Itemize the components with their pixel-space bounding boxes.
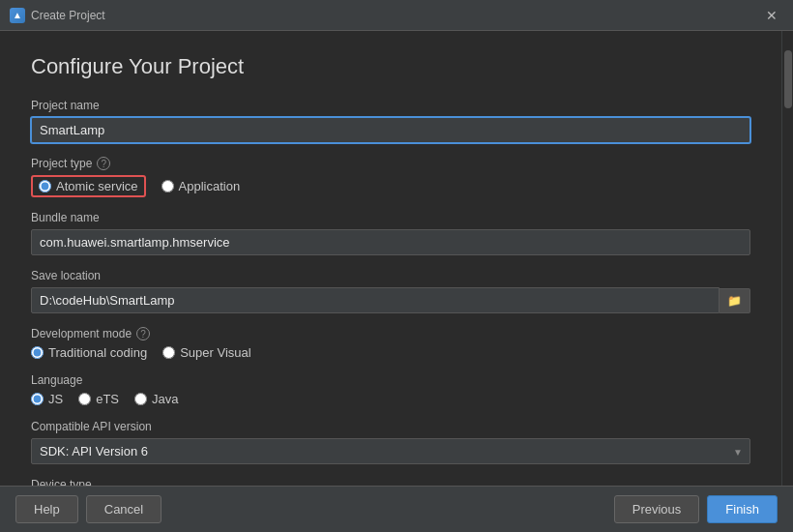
project-name-group: Project name xyxy=(31,99,750,143)
close-button[interactable]: ✕ xyxy=(760,6,783,25)
project-type-application-label: Application xyxy=(179,179,241,193)
language-java-label: Java xyxy=(152,392,178,406)
save-location-label: Save location xyxy=(31,269,750,282)
language-options: JS eTS Java xyxy=(31,392,750,406)
app-icon: ▲ xyxy=(10,8,25,23)
save-location-input-row: 📁 xyxy=(31,287,750,313)
development-mode-label: Development mode xyxy=(31,327,132,340)
project-type-options: Atomic service Application xyxy=(31,175,750,197)
development-mode-group: Development mode ? Traditional coding Su… xyxy=(31,327,750,360)
dev-mode-traditional-label: Traditional coding xyxy=(48,345,147,360)
device-type-group: Device type Phone Tablet TV Wearable xyxy=(31,478,750,486)
project-type-atomic-label: Atomic service xyxy=(56,179,138,193)
bundle-name-input[interactable] xyxy=(31,229,750,255)
dev-mode-supervisual-radio[interactable] xyxy=(162,346,175,359)
cancel-button[interactable]: Cancel xyxy=(86,495,162,523)
finish-button[interactable]: Finish xyxy=(707,495,778,523)
scrollbar-thumb[interactable] xyxy=(784,50,792,108)
project-type-help-icon[interactable]: ? xyxy=(97,157,110,170)
project-type-label: Project type xyxy=(31,157,92,170)
api-version-select[interactable]: SDK: API Version 6 SDK: API Version 5 SD… xyxy=(31,438,750,464)
language-ets-radio[interactable] xyxy=(78,393,91,405)
project-type-application-radio[interactable] xyxy=(162,180,174,192)
dev-mode-supervisual-label: Super Visual xyxy=(180,345,250,360)
project-type-group: Project type ? Atomic service Applicatio… xyxy=(31,157,750,197)
main-content: Configure Your Project Project name Proj… xyxy=(0,31,781,486)
footer: Help Cancel Previous Finish xyxy=(0,486,793,532)
project-type-atomic-option[interactable]: Atomic service xyxy=(31,175,146,197)
api-version-group: Compatible API version SDK: API Version … xyxy=(31,420,750,464)
language-js-option[interactable]: JS xyxy=(31,392,63,406)
project-name-input[interactable] xyxy=(31,117,750,143)
footer-left: Help Cancel xyxy=(15,495,162,523)
device-type-label: Device type xyxy=(31,478,750,486)
language-js-radio[interactable] xyxy=(31,393,44,405)
language-java-option[interactable]: Java xyxy=(134,392,178,406)
api-version-label: Compatible API version xyxy=(31,420,750,433)
language-group: Language JS eTS Java xyxy=(31,373,750,406)
save-location-input[interactable] xyxy=(31,287,720,313)
language-label: Language xyxy=(31,373,750,387)
language-java-radio[interactable] xyxy=(134,393,147,405)
project-type-label-row: Project type ? xyxy=(31,157,750,170)
api-version-select-wrapper: SDK: API Version 6 SDK: API Version 5 SD… xyxy=(31,438,750,464)
project-type-atomic-radio[interactable] xyxy=(39,180,51,192)
dev-mode-supervisual-option[interactable]: Super Visual xyxy=(162,345,250,360)
title-bar: ▲ Create Project ✕ xyxy=(0,0,793,31)
save-location-group: Save location 📁 xyxy=(31,269,750,313)
development-mode-options: Traditional coding Super Visual xyxy=(31,345,750,360)
project-name-label: Project name xyxy=(31,99,750,112)
page-title: Configure Your Project xyxy=(31,54,750,79)
language-ets-option[interactable]: eTS xyxy=(78,392,119,406)
language-js-label: JS xyxy=(48,392,63,406)
scrollbar[interactable] xyxy=(781,31,793,486)
title-bar-left: ▲ Create Project xyxy=(10,8,105,23)
development-mode-help-icon[interactable]: ? xyxy=(136,327,150,340)
language-ets-label: eTS xyxy=(96,392,119,406)
footer-right: Previous Finish xyxy=(614,495,778,523)
dialog-body: Configure Your Project Project name Proj… xyxy=(0,31,793,486)
dev-mode-traditional-radio[interactable] xyxy=(31,346,44,359)
project-type-application-option[interactable]: Application xyxy=(162,179,241,193)
dev-mode-traditional-option[interactable]: Traditional coding xyxy=(31,345,147,360)
development-mode-label-row: Development mode ? xyxy=(31,327,750,340)
previous-button[interactable]: Previous xyxy=(614,495,700,523)
browse-button[interactable]: 📁 xyxy=(720,288,750,313)
title-bar-title: Create Project xyxy=(31,9,105,22)
bundle-name-group: Bundle name xyxy=(31,211,750,255)
bundle-name-label: Bundle name xyxy=(31,211,750,224)
help-button[interactable]: Help xyxy=(15,495,78,523)
